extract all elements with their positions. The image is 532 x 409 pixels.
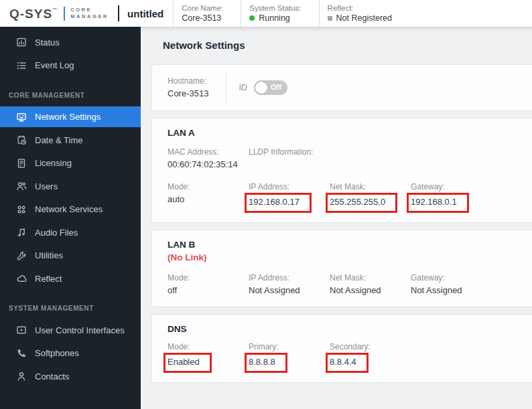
sidebar-item-label: Licensing (35, 158, 72, 168)
licensing-icon (16, 158, 27, 169)
lan-a-ip-field: IP Address: 192.168.0.17 (243, 181, 324, 213)
system-status-block: System Status: Running (241, 0, 309, 27)
core-name-value: Core-3513 (182, 13, 223, 23)
sidebar-item-network-services[interactable]: Network Services (0, 199, 141, 220)
sidebar-item-label: Status (35, 37, 60, 48)
lan-b-mode-field: Mode: off (161, 272, 243, 297)
lan-a-netmask-field: Net Mask: 255.255.255.0 (324, 181, 405, 213)
mac-address-label: MAC Address: (168, 146, 243, 158)
sidebar-item-label: Softphones (35, 348, 79, 358)
top-bar: Q-SYS™ CORE MANAGER untitled Core Name: … (0, 0, 532, 27)
dns-title: DNS (161, 324, 523, 334)
user-control-interfaces-icon (16, 325, 27, 335)
sidebar-item-contacts[interactable]: Contacts (0, 366, 141, 387)
reflect-block: Reflect: Not Registered (319, 0, 400, 27)
core-name-label: Core Name: (182, 3, 223, 13)
sidebar-item-users[interactable]: Users (0, 176, 141, 197)
sidebar-item-reflect[interactable]: Reflect (0, 268, 141, 289)
annotation-box: 255.255.255.0 (326, 193, 397, 213)
softphones-phone-icon (16, 348, 27, 359)
toggle-knob (255, 82, 267, 94)
dns-fields-row: Mode: Enabled Primary: 8.8.8.8 Secondary… (161, 341, 523, 373)
dns-primary-field: Primary: 8.8.8.8 (243, 341, 324, 373)
annotation-box: 8.8.8.8 (245, 353, 287, 373)
lan-b-no-link-status: (No Link) (161, 252, 523, 262)
sidebar-section-core-management: CORE MANAGEMENT (0, 78, 141, 104)
network-services-icon (16, 204, 27, 215)
sidebar-item-label: Audio Files (35, 228, 78, 238)
sidebar-item-audio-files[interactable]: Audio Files (0, 222, 141, 243)
page-title: Network Settings (163, 39, 532, 51)
lan-a-gateway-field: Gateway: 192.168.0.1 (405, 181, 523, 213)
sidebar-section-system-management: SYSTEM MANAGEMENT (0, 291, 141, 317)
lldp-field: LLDP Information: (243, 146, 523, 171)
annotation-box: Enabled (163, 353, 212, 373)
annotation-box: 192.168.0.1 (407, 193, 469, 213)
lan-b-title: LAN B (161, 240, 523, 250)
sidebar-item-label: Event Log (35, 60, 74, 70)
lan-a-mac-row: MAC Address: 00:60:74:02:35:14 LLDP Info… (161, 146, 523, 171)
audio-files-icon (16, 227, 27, 238)
sidebar-item-label: Reflect (35, 274, 62, 284)
lan-a-title: LAN A (161, 128, 523, 138)
vertical-divider (226, 73, 226, 102)
lan-a-mode-field: Mode: auto (161, 181, 243, 213)
hostname-card: Hostname: Core-3513 ID Off (151, 64, 532, 111)
toggle-state-label: Off (271, 83, 281, 91)
system-status-value: Running (249, 13, 301, 23)
event-log-icon (16, 60, 27, 71)
lan-b-fields-row: Mode: off IP Address: Not Assigned Net M… (161, 272, 523, 297)
reflect-status-marker (328, 16, 332, 21)
sidebar-item-label: Network Settings (35, 112, 101, 122)
sidebar-item-label: Users (35, 181, 58, 191)
annotation-box: 192.168.0.17 (245, 193, 312, 213)
status-icon (16, 37, 27, 48)
reflect-cloud-icon (16, 273, 27, 284)
sidebar-item-event-log[interactable]: Event Log (0, 55, 141, 76)
mac-address-field: MAC Address: 00:60:74:02:35:14 (161, 146, 243, 171)
reflect-value: Not Registered (328, 13, 392, 23)
qsys-logo: Q-SYS™ CORE MANAGER (0, 0, 109, 27)
sidebar-item-softphones[interactable]: Softphones (0, 343, 141, 363)
id-toggle[interactable]: Off (254, 80, 287, 95)
sidebar-item-licensing[interactable]: Licensing (0, 153, 141, 173)
brand-text: Q-SYS™ (9, 7, 58, 20)
main-content: Network Settings Hostname: Core-3513 ID … (141, 27, 532, 409)
product-name: CORE MANAGER (70, 7, 109, 20)
annotation-box: 8.8.4.4 (326, 353, 369, 373)
users-icon (16, 181, 27, 191)
dns-mode-field: Mode: Enabled (161, 341, 243, 373)
sidebar-item-date-time[interactable]: Date & Time (0, 130, 141, 151)
network-settings-icon (16, 112, 27, 122)
mac-address-value: 00:60:74:02:35:14 (168, 158, 243, 171)
sidebar-item-label: Network Services (35, 204, 103, 214)
lan-b-gateway-field: Gateway: Not Assigned (405, 272, 523, 297)
lan-b-netmask-field: Net Mask: Not Assigned (324, 272, 405, 297)
sidebar-item-utilities[interactable]: Utilities (0, 245, 141, 266)
utilities-icon (16, 250, 27, 261)
contacts-person-icon (16, 371, 27, 382)
sidebar: Status Event Log CORE MANAGEMENT Network… (0, 27, 141, 409)
id-label: ID (239, 83, 247, 92)
lan-b-ip-field: IP Address: Not Assigned (243, 272, 324, 297)
reflect-label: Reflect: (328, 3, 392, 13)
hostname-value: Core-3513 (168, 87, 208, 100)
sidebar-item-network-settings[interactable]: Network Settings (0, 106, 141, 127)
sidebar-item-label: User Control Interfaces (35, 325, 125, 335)
lldp-label: LLDP Information: (249, 146, 523, 158)
dns-card: DNS Mode: Enabled Primary: 8.8.8.8 Secon… (151, 314, 532, 383)
date-time-icon (16, 135, 27, 145)
system-status-label: System Status: (249, 3, 301, 13)
lan-b-card: LAN B (No Link) Mode: off IP Address: No… (151, 230, 532, 307)
dns-secondary-field: Secondary: 8.8.4.4 (324, 341, 523, 373)
sidebar-item-label: Contacts (35, 372, 69, 382)
sidebar-item-user-control-interfaces[interactable]: User Control Interfaces (0, 320, 141, 341)
design-name: untitled (127, 8, 163, 19)
trademark: ™ (52, 7, 58, 12)
lan-a-card: LAN A MAC Address: 00:60:74:02:35:14 LLD… (151, 118, 532, 223)
sidebar-item-label: Utilities (35, 250, 63, 260)
topbar-dark-separator (118, 5, 119, 21)
hostname-block: Hostname: Core-3513 (161, 75, 226, 100)
status-running-dot (249, 15, 255, 21)
sidebar-item-status[interactable]: Status (0, 32, 141, 53)
